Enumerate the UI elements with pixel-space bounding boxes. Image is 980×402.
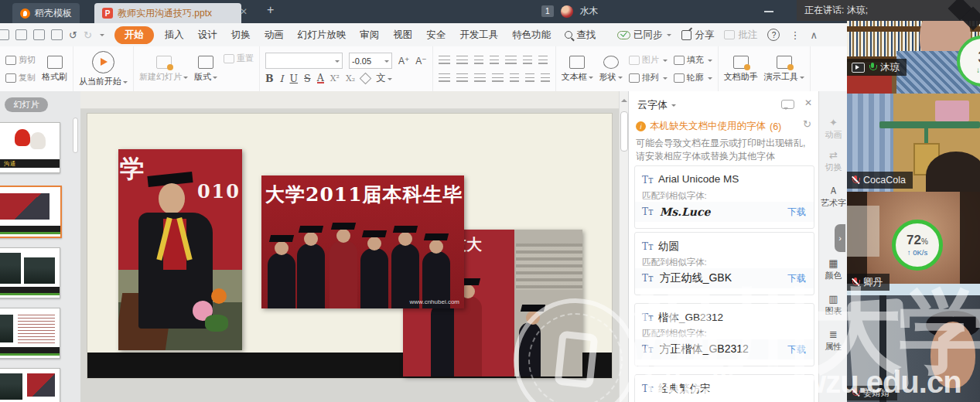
participant-tile[interactable]: CocaCola	[847, 94, 980, 192]
text-direction-icon[interactable]	[505, 56, 517, 64]
increase-font-icon[interactable]: A⁺	[398, 56, 409, 66]
strip-properties[interactable]: ≣ 属性	[819, 329, 848, 353]
menu-slideshow[interactable]: 幻灯片放映	[291, 29, 353, 42]
font-color-button[interactable]: A	[317, 73, 324, 83]
strip-color[interactable]: ▦ 颜色	[819, 258, 848, 281]
decrease-indent-icon[interactable]	[474, 56, 483, 64]
align-right-icon[interactable]	[474, 73, 486, 82]
play-from-current-button[interactable]: 从当前开始	[79, 51, 128, 87]
collapse-ribbon-icon[interactable]: ∧	[810, 29, 818, 41]
help-icon[interactable]: ?	[767, 29, 780, 41]
participant-tile[interactable]: 72% ↑ 0K/s 卿丹	[847, 192, 980, 296]
scroll-up-icon[interactable]	[621, 96, 627, 102]
avatar[interactable]	[561, 5, 573, 18]
columns-icon[interactable]	[538, 56, 548, 64]
minimize-icon[interactable]	[764, 11, 773, 12]
tab-docer-templates[interactable]: 稻壳模板	[12, 3, 80, 23]
menu-features[interactable]: 特色功能	[505, 29, 558, 42]
more-icon[interactable]: ⋮	[790, 29, 800, 41]
canvas-scroll-thumb[interactable]	[620, 111, 628, 152]
slide-thumbnail-1[interactable]: 沟通	[0, 122, 60, 173]
slide-photo-group[interactable]: 大学2011届本科生毕 www.cnhubei.com	[261, 175, 464, 308]
reset-button[interactable]: 重置	[224, 53, 254, 64]
save-icon[interactable]	[15, 29, 27, 40]
align-left-icon[interactable]	[439, 73, 450, 82]
menu-security[interactable]: 安全	[419, 29, 452, 42]
bold-button[interactable]: B	[265, 73, 274, 84]
format-painter-button[interactable]: 格式刷	[42, 56, 67, 83]
menu-design[interactable]: 设计	[191, 29, 224, 42]
bullet-list-icon[interactable]	[439, 56, 450, 64]
numbered-list-icon[interactable]	[456, 56, 468, 64]
italic-button[interactable]: I	[280, 73, 284, 84]
slide-photo-podium[interactable]: 学 010	[118, 149, 242, 350]
font-size-select[interactable]: -0.05	[349, 53, 392, 69]
picture-button[interactable]: 图片	[629, 54, 668, 66]
strip-transition[interactable]: ⇄ 切换	[819, 150, 848, 173]
slide-thumbnail-2-selected[interactable]	[0, 186, 62, 238]
refresh-icon[interactable]: ↻	[803, 118, 811, 130]
clear-format-icon[interactable]	[360, 73, 372, 85]
distribute-icon[interactable]	[510, 73, 519, 82]
menu-transition[interactable]: 切换	[224, 29, 258, 42]
increase-indent-icon[interactable]	[490, 56, 499, 64]
sync-status[interactable]: 已同步	[617, 29, 672, 42]
download-link[interactable]: 下载	[787, 206, 806, 219]
font-family-select[interactable]	[265, 53, 343, 69]
close-tab-icon[interactable]: ✕	[240, 6, 248, 17]
doc-assistant-button[interactable]: 文档助手	[724, 56, 758, 83]
menu-animation[interactable]: 动画	[258, 29, 291, 42]
align-center-icon[interactable]	[456, 73, 468, 82]
line-spacing-icon[interactable]	[525, 73, 534, 82]
presentation-tools-button[interactable]: 演示工具	[764, 56, 804, 83]
notification-badge[interactable]: 1	[541, 5, 554, 17]
strikethrough-button[interactable]: S	[304, 73, 311, 84]
strip-animation[interactable]: ✦ 动画	[819, 118, 848, 141]
slide-canvas[interactable]: 学 010 技大 大学2011届本科生毕	[80, 91, 619, 402]
collapse-pane-handle[interactable]: ›	[835, 224, 845, 252]
menu-insert[interactable]: 插入	[158, 29, 191, 42]
paragraph-settings-icon[interactable]	[541, 73, 550, 82]
panel-title[interactable]: 云字体	[637, 98, 676, 112]
menu-review[interactable]: 审阅	[353, 29, 386, 42]
arrange-button[interactable]: 排列	[629, 72, 668, 83]
justify-icon[interactable]	[492, 73, 504, 82]
tab-document[interactable]: P 教师实用沟通技巧.pptx	[94, 3, 241, 23]
close-panel-icon[interactable]: ✕	[804, 97, 812, 108]
text-tool-button[interactable]: 文	[376, 72, 392, 85]
share-button[interactable]: 分享	[681, 29, 714, 42]
current-slide[interactable]: 学 010 技大 大学2011届本科生毕	[87, 113, 613, 379]
strip-chart[interactable]: ▥ 图表	[819, 294, 848, 317]
redo-icon[interactable]: ↻	[84, 29, 92, 41]
comment-button[interactable]: 批注	[724, 29, 757, 42]
slides-tab[interactable]: 幻灯片	[5, 97, 48, 112]
slides-panel-scrollbar[interactable]	[73, 118, 78, 153]
outline-button[interactable]: 轮廓	[674, 72, 712, 83]
cut-button[interactable]: 剪切	[5, 54, 36, 66]
new-slide-button[interactable]: 新建幻灯片	[139, 56, 188, 83]
subscript-button[interactable]: X₂	[346, 73, 355, 83]
slide-thumbnail-4[interactable]	[0, 308, 60, 359]
participant-tile[interactable]: 姜婧婧	[847, 295, 980, 402]
shapes-button[interactable]: 形状	[599, 56, 623, 83]
quick-access-caret-icon[interactable]	[100, 34, 104, 39]
align-top-icon[interactable]	[523, 56, 532, 64]
cut-quick-icon[interactable]	[0, 29, 9, 40]
new-tab-button[interactable]: +	[267, 3, 274, 17]
download-link[interactable]: 下载	[787, 343, 806, 356]
superscript-button[interactable]: X²	[330, 73, 340, 83]
search-button[interactable]: 查找	[558, 29, 603, 42]
menu-devtools[interactable]: 开发工具	[452, 29, 505, 42]
print-preview-icon[interactable]	[51, 29, 63, 40]
menu-view[interactable]: 视图	[386, 29, 419, 42]
textbox-button[interactable]: 文本框	[562, 56, 593, 83]
undo-icon[interactable]: ↺	[69, 29, 77, 41]
underline-button[interactable]: U	[290, 73, 299, 84]
download-link[interactable]: 下载	[787, 272, 806, 285]
decrease-font-icon[interactable]: A⁻	[415, 56, 426, 66]
fill-button[interactable]: 填充	[674, 54, 712, 66]
layout-button[interactable]: 版式	[194, 56, 217, 83]
strip-wordart[interactable]: Ａ 艺术字	[819, 186, 848, 209]
menu-home[interactable]: 开始	[114, 26, 154, 44]
print-icon[interactable]	[33, 29, 45, 40]
